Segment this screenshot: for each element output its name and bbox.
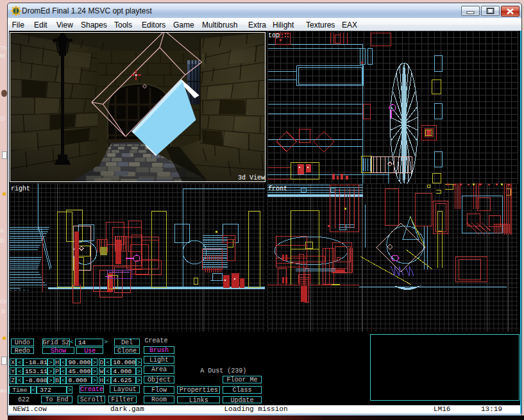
svg-text:front: front — [268, 185, 287, 192]
svg-text:3d View: 3d View — [238, 174, 265, 181]
svg-text:top: top — [268, 32, 280, 39]
svg-text:right: right — [11, 185, 30, 192]
